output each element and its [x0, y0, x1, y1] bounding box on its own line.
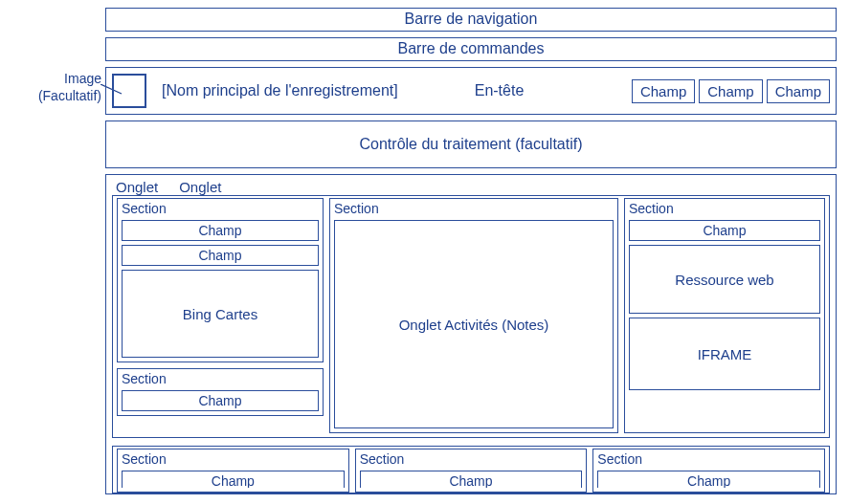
record-image-placeholder[interactable] [112, 74, 146, 108]
form-field[interactable]: Champ [360, 471, 583, 488]
section-title: Section [360, 451, 583, 467]
tab-content: Section Champ Champ Bing Cartes Section … [112, 195, 830, 438]
section: Section Champ Ressource web IFRAME [624, 198, 825, 433]
record-primary-name: [Nom principal de l'enregistrement] [162, 82, 398, 99]
command-bar[interactable]: Barre de commandes [105, 37, 837, 61]
tab[interactable]: Onglet [116, 179, 158, 195]
section-title: Section [122, 201, 319, 216]
form-field[interactable]: Champ [122, 245, 319, 266]
tab-content-row2: Section Champ Section Champ Section Cham… [112, 446, 830, 493]
web-resource[interactable]: Ressource web [629, 245, 820, 314]
header-label: En-tête [475, 82, 525, 99]
section: Section Champ Champ Bing Cartes [117, 198, 324, 362]
form-field[interactable]: Champ [122, 390, 319, 411]
iframe-control[interactable]: IFRAME [629, 318, 820, 390]
form-header: [Nom principal de l'enregistrement] En-t… [105, 67, 837, 115]
section-title: Section [122, 371, 319, 386]
form-body: Onglet Onglet Section Champ Champ Bing C… [105, 174, 837, 494]
process-control[interactable]: Contrôle du traitement (facultatif) [105, 121, 837, 168]
tab[interactable]: Onglet [179, 179, 221, 195]
section: Section Champ [592, 449, 825, 493]
form-field[interactable]: Champ [122, 471, 345, 488]
form-field[interactable]: Champ [122, 220, 319, 241]
section-title: Section [334, 201, 614, 216]
section: Section Onglet Activités (Notes) [329, 198, 618, 433]
form-field[interactable]: Champ [597, 471, 820, 488]
header-field[interactable]: Champ [767, 79, 830, 103]
section: Section Champ [355, 449, 588, 493]
section-title: Section [597, 451, 820, 467]
form-field[interactable]: Champ [629, 220, 820, 241]
activities-timeline[interactable]: Onglet Activités (Notes) [334, 220, 614, 428]
header-field[interactable]: Champ [699, 79, 762, 103]
navigation-bar[interactable]: Barre de navigation [105, 8, 837, 32]
section-title: Section [122, 451, 345, 467]
section: Section Champ [117, 449, 349, 493]
image-annotation: Image (Facultatif) [4, 71, 101, 104]
section: Section Champ [117, 368, 324, 416]
header-field[interactable]: Champ [632, 79, 695, 103]
section-title: Section [629, 201, 820, 216]
bing-maps-control[interactable]: Bing Cartes [122, 270, 319, 358]
